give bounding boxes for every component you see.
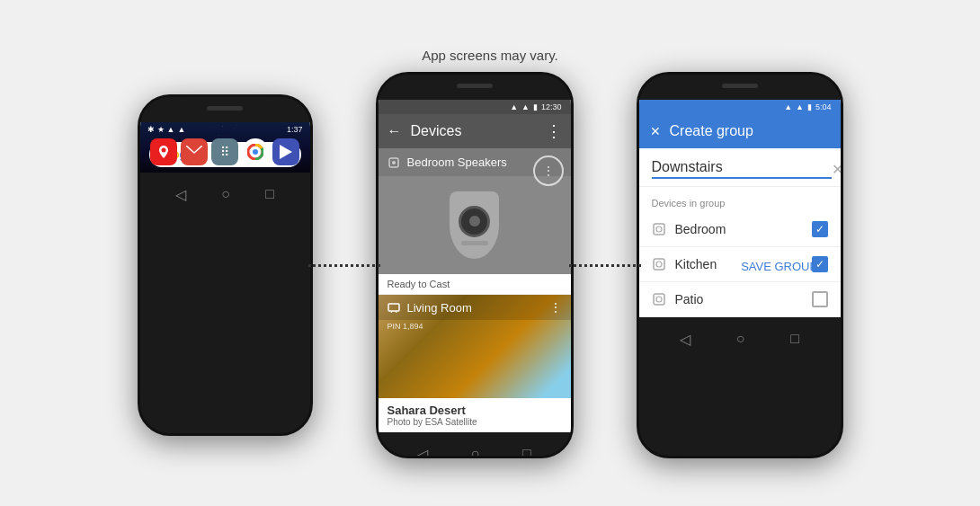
bedroom-device-label: Bedroom xyxy=(675,222,803,236)
tv-icon xyxy=(388,303,400,313)
speaker-device-icon xyxy=(388,156,400,169)
speaker-card[interactable]: Bedroom Speakers ⋮ xyxy=(379,148,571,274)
star-icon: ★ xyxy=(157,125,165,134)
wifi-icon: ▲ xyxy=(167,125,175,134)
signal-icon-3: ▲ xyxy=(796,102,804,111)
phone-3-status-bar: ▲ ▲ ▮ 5:04 xyxy=(639,100,841,114)
signal-icon: ▲ xyxy=(177,125,185,134)
living-room-card[interactable]: Living Room ⋮ PIN 1,894 Sahara Desert Ph… xyxy=(379,295,571,432)
battery-icon: ▮ xyxy=(533,102,538,111)
phone-2-screen: ▲ ▲ ▮ 12:30 ← Devices ⋮ xyxy=(379,100,571,432)
apps-button[interactable]: ⠿ xyxy=(211,138,238,165)
gmail-app[interactable] xyxy=(181,138,208,165)
clear-input-button[interactable]: ✕ xyxy=(832,161,841,178)
speaker-base-shape xyxy=(461,241,488,245)
back-button-2[interactable]: ◁ xyxy=(417,446,428,459)
svg-marker-22 xyxy=(280,145,292,159)
ready-to-cast-label: Ready to Cast xyxy=(379,274,571,295)
svg-point-33 xyxy=(656,297,662,302)
connector-line-1 xyxy=(308,264,380,267)
svg-rect-25 xyxy=(388,304,399,311)
devices-in-group-label: Devices in group xyxy=(639,187,841,212)
caption: App screens may vary. xyxy=(422,48,557,63)
phone-1-screen: ✱ ★ ▲ ▲ 1:37 Google 🎤 xyxy=(140,122,310,173)
play-store-app[interactable] xyxy=(272,138,299,165)
maps-app[interactable] xyxy=(150,138,177,165)
phone-2-nav-bar: ◁ ○ □ xyxy=(379,432,571,458)
living-room-card-header: Living Room ⋮ xyxy=(379,295,571,320)
patio-checkbox[interactable] xyxy=(812,291,828,307)
svg-point-24 xyxy=(392,161,396,164)
create-group-content: ✕ Devices in group Bedroom xyxy=(639,148,841,317)
svg-point-31 xyxy=(656,262,662,267)
speaker-image xyxy=(379,176,571,274)
phone-1-nav-bar: ◁ ○ □ xyxy=(140,173,310,216)
close-icon[interactable]: ✕ xyxy=(650,124,661,138)
back-button[interactable]: ◁ xyxy=(175,186,186,203)
living-room-background: Living Room ⋮ PIN 1,894 xyxy=(379,295,571,398)
device-row-bedroom[interactable]: Bedroom xyxy=(639,212,841,247)
pin-label: PIN 1,894 xyxy=(379,320,571,333)
living-room-title: Living Room xyxy=(407,301,542,315)
phone-1: ✱ ★ ▲ ▲ 1:37 Google 🎤 xyxy=(138,94,313,436)
patio-device-label: Patio xyxy=(675,292,803,306)
home-button-3[interactable]: ○ xyxy=(736,331,745,347)
home-button-2[interactable]: ○ xyxy=(471,446,480,458)
create-group-toolbar: ✕ Create group xyxy=(639,114,841,148)
speaker-grille-3 xyxy=(722,84,758,88)
phone-2-status-bar: ▲ ▲ ▮ 12:30 xyxy=(379,100,571,114)
speaker-grille-2 xyxy=(457,84,493,88)
group-name-input[interactable] xyxy=(652,159,832,179)
phone-1-status-bar: ✱ ★ ▲ ▲ 1:37 xyxy=(140,122,310,137)
chrome-app[interactable] xyxy=(242,138,269,165)
devices-title: Devices xyxy=(411,123,537,139)
svg-rect-32 xyxy=(654,294,664,305)
signal-icon-2: ▲ xyxy=(521,102,530,111)
save-group-label: SAVE GROUP xyxy=(741,260,817,273)
living-room-more-icon[interactable]: ⋮ xyxy=(549,300,562,315)
status-time-3: 5:04 xyxy=(815,102,832,111)
phone-3-nav-bar: ◁ ○ □ xyxy=(639,317,841,360)
bedroom-device-icon xyxy=(652,222,666,236)
save-group-button[interactable]: SAVE GROUP › xyxy=(741,258,825,274)
recents-button-2[interactable]: □ xyxy=(522,446,531,458)
content-info: Sahara Desert Photo by ESA Satellite xyxy=(379,398,571,432)
speaker-more-icon: ⋮ xyxy=(542,164,555,178)
svg-point-21 xyxy=(253,149,258,155)
phone-3: ▲ ▲ ▮ 5:04 ✕ Create group ✕ xyxy=(637,72,843,458)
connector-line-2 xyxy=(569,264,641,267)
phone-2-top xyxy=(379,75,571,100)
content-subtitle: Photo by ESA Satellite xyxy=(388,417,562,427)
speaker-menu-button[interactable]: ⋮ xyxy=(533,155,564,186)
battery-icon-3: ▮ xyxy=(807,102,812,111)
status-time: 1:37 xyxy=(287,125,303,134)
speaker-grille xyxy=(207,106,243,111)
more-options-icon[interactable]: ⋮ xyxy=(546,121,562,141)
svg-point-29 xyxy=(656,226,662,232)
speaker-cone-shape xyxy=(459,206,490,237)
speaker-body-shape xyxy=(450,191,499,259)
bottom-app-tray: ⠿ xyxy=(140,138,310,165)
wifi-icon-3: ▲ xyxy=(784,102,792,111)
back-icon[interactable]: ← xyxy=(388,123,402,139)
devices-toolbar: ← Devices ⋮ xyxy=(379,114,571,148)
patio-device-icon xyxy=(652,292,666,306)
svg-point-18 xyxy=(162,148,166,153)
wifi-icon-2: ▲ xyxy=(510,102,518,111)
device-row-patio[interactable]: Patio xyxy=(639,282,841,317)
create-group-title: Create group xyxy=(670,123,753,139)
phone-1-top xyxy=(140,97,310,122)
recents-button-3[interactable]: □ xyxy=(790,331,799,347)
bedroom-checkbox[interactable] xyxy=(812,221,828,237)
home-button[interactable]: ○ xyxy=(221,186,230,202)
back-button-3[interactable]: ◁ xyxy=(680,331,690,348)
phone-3-screen: ▲ ▲ ▮ 5:04 ✕ Create group ✕ xyxy=(639,100,841,317)
content-title: Sahara Desert xyxy=(388,404,562,417)
chevron-right-icon: › xyxy=(821,258,825,274)
recents-button[interactable]: □ xyxy=(265,186,274,202)
phone-3-top xyxy=(639,75,841,100)
kitchen-device-icon xyxy=(652,257,666,271)
svg-rect-30 xyxy=(654,259,664,270)
group-name-input-area[interactable]: ✕ xyxy=(639,148,841,187)
svg-rect-28 xyxy=(654,224,664,235)
